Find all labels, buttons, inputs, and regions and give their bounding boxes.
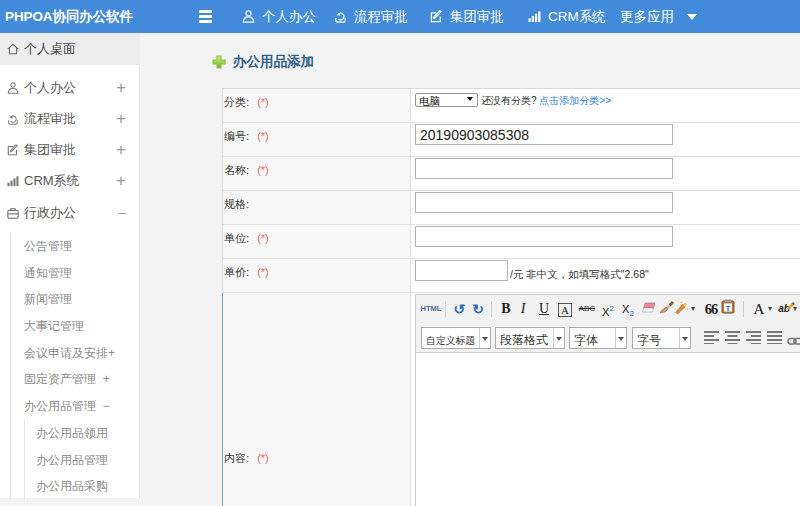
svg-text:T: T [725, 304, 730, 313]
